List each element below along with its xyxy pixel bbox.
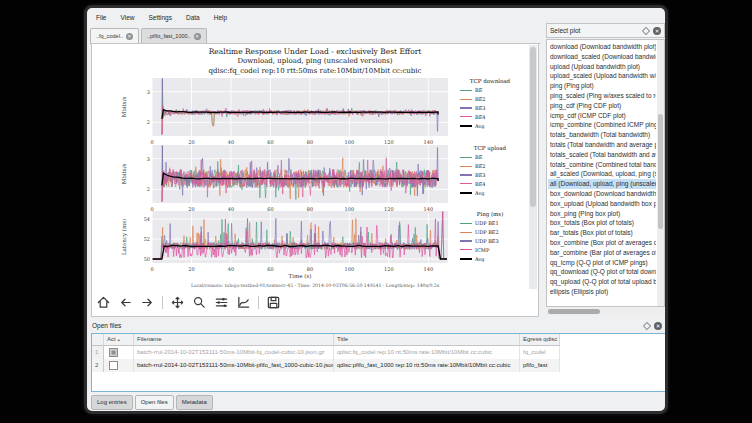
legend-entry: UDP BE2 <box>452 228 528 237</box>
pan-button[interactable] <box>170 295 185 310</box>
forward-button[interactable] <box>140 295 155 310</box>
row-number-header[interactable] <box>92 334 104 346</box>
column-header-label: Egress qdisc <box>523 334 557 345</box>
legend-label: Avg <box>475 256 484 262</box>
plot-scrollbar[interactable] <box>529 45 537 289</box>
menu-view[interactable]: View <box>114 12 140 23</box>
svg-text:54: 54 <box>144 216 150 222</box>
legend-entry: BE3 <box>452 104 528 113</box>
subplots-button[interactable] <box>214 295 229 310</box>
legend-entry: BE4 <box>452 112 528 121</box>
menu-file[interactable]: File <box>90 12 112 23</box>
plot-list-item[interactable]: qq_download (Q-Q plot of total download … <box>548 267 656 277</box>
plot-list-item[interactable]: box_ping (Ping box plot) <box>548 209 656 219</box>
chart-area: 020406080100120140505254 <box>138 209 450 277</box>
plot-list-item[interactable]: upload_scaled (Upload bandwidth w/axes s… <box>548 71 656 81</box>
bottom-tab-bar: Log entriesOpen filesMetadata <box>91 395 213 410</box>
customize-button[interactable] <box>236 295 251 310</box>
pan-icon <box>170 295 185 310</box>
figure-title-line-3: qdisc:fq_codel rep:10 rtt:50ms rate:10Mb… <box>100 67 530 75</box>
plot-scrollbar-thumb[interactable] <box>530 47 536 207</box>
home-button[interactable] <box>96 295 111 310</box>
legend-line-swatch <box>460 240 472 241</box>
column-header-act[interactable]: Act▴ <box>104 334 134 346</box>
plot-list-item[interactable]: totals_combine (Combined total bandwidth… <box>548 160 656 170</box>
toolbar-separator <box>162 296 163 309</box>
legend-label: UDP BE1 <box>475 220 499 226</box>
checkbox-checked[interactable] <box>109 348 118 357</box>
plot-list-item[interactable]: box_upload (Upload bandwidth box plot) <box>548 199 656 209</box>
legend-entry: BE2 <box>452 162 528 171</box>
float-panel-icon[interactable] <box>642 26 650 34</box>
back-button[interactable] <box>118 295 133 310</box>
plot-list-scrollbar[interactable] <box>657 40 664 306</box>
subplot-ping-ms: Latency (ms)020406080100120140505254Ping… <box>100 209 530 275</box>
legend-label: Avg <box>475 190 484 196</box>
plot-list-item[interactable]: box_totals (Box plot of totals) <box>548 218 656 228</box>
zoom-rect-button[interactable] <box>192 295 207 310</box>
plot-list-item[interactable]: box_combine (Box plot of averages of sev… <box>548 238 656 248</box>
plot-list-item[interactable]: totals (Total bandwidth and average ping… <box>548 140 656 150</box>
float-panel-icon[interactable] <box>643 321 651 329</box>
plot-list-item[interactable]: qq_upload (Q-Q plot of total upload band… <box>548 277 656 287</box>
menu-settings[interactable]: Settings <box>142 12 178 23</box>
plot-list-item[interactable]: icmp_combine (Combined ICMP ping plot) <box>548 120 656 130</box>
legend-line-swatch <box>460 258 472 260</box>
plot-type-list-items: download (Download bandwidth plot)downlo… <box>548 42 656 297</box>
plot-list-item[interactable]: ping_scaled (Ping w/axes scaled to remov… <box>548 91 656 101</box>
legend-entry: Avg <box>452 121 528 130</box>
plot-list-item[interactable]: box_download (Download bandwidth box plo… <box>548 189 656 199</box>
plot-list-item[interactable]: bar_combine (Bar plot of averages of sev… <box>548 248 656 258</box>
legend-label: BE <box>475 154 482 160</box>
column-header-label: Title <box>337 334 348 345</box>
zoom-rect-icon <box>192 295 207 310</box>
tab-open-files[interactable]: Open files <box>135 395 174 410</box>
row-number: 2 <box>92 359 104 372</box>
close-tab-icon[interactable]: ✕ <box>126 33 133 40</box>
plot-list-item[interactable]: download_scaled (Download bandwidth w/ax… <box>548 52 656 62</box>
legend-entry: Avg <box>452 188 528 197</box>
plot-list-item[interactable]: qq_icmp (Q-Q plot of ICMP pings) <box>548 258 656 268</box>
checkbox-unchecked[interactable] <box>109 361 118 370</box>
save-button[interactable] <box>266 295 281 310</box>
open-files-header: Open files ✕ <box>89 319 665 332</box>
plot-list-item[interactable]: all (Download, upload, ping (unscaled ve… <box>548 179 656 189</box>
plot-list-item[interactable]: ping_cdf (Ping CDF plot) <box>548 101 656 111</box>
svg-text:60: 60 <box>267 266 273 272</box>
plot-list-item[interactable]: icmp_cdf (ICMP CDF plot) <box>548 111 656 121</box>
figure-title-line-1: Realtime Response Under Load - exclusive… <box>100 47 530 56</box>
close-tab-icon[interactable]: ✕ <box>194 33 201 40</box>
plot-list-item[interactable]: totals_scaled (Total bandwidth and avera… <box>548 150 656 160</box>
plot-list-item[interactable]: bar_totals (Box plot of totals) <box>548 228 656 238</box>
column-header-egress-qdisc[interactable]: Egress qdisc <box>520 334 560 346</box>
svg-text:140: 140 <box>424 266 434 272</box>
column-header-filename[interactable]: Filename <box>134 334 334 346</box>
plot-list-item[interactable]: download (Download bandwidth plot) <box>548 42 656 52</box>
plot-list-hscrollbar-thumb[interactable] <box>548 309 600 314</box>
menu-help[interactable]: Help <box>208 12 233 23</box>
plot-list-item[interactable]: ping (Ping plot) <box>548 81 656 91</box>
tab-log-entries[interactable]: Log entries <box>91 395 133 410</box>
open-files-panel: Open files ✕ Act▴FilenameTitleEgress qdi… <box>89 319 665 393</box>
plot-list-item[interactable]: all_scaled (Download, upload, ping (scal… <box>548 169 656 179</box>
plot-list-scrollbar-thumb[interactable] <box>658 114 663 228</box>
svg-text:50: 50 <box>144 256 150 262</box>
legend-entry: BE <box>452 153 528 162</box>
menu-data[interactable]: Data <box>180 12 206 23</box>
svg-text:3: 3 <box>147 89 150 95</box>
plot-list-item[interactable]: ellipsis (Ellipsis plot) <box>548 287 656 297</box>
legend-line-swatch <box>460 90 472 91</box>
close-panel-icon[interactable]: ✕ <box>654 322 662 330</box>
column-header-title[interactable]: Title <box>334 334 520 346</box>
svg-text:120: 120 <box>384 266 394 272</box>
legend-line-swatch <box>460 232 472 233</box>
plot-tab-1[interactable]: ..pfifo_fast_1000..✕ <box>141 28 207 43</box>
plot-list-item[interactable]: upload (Upload bandwidth plot) <box>548 62 656 72</box>
plot-list-item[interactable]: totals_bandwidth (Total bandwidth) <box>548 130 656 140</box>
plot-tab-0[interactable]: ..fq_codel..✕ <box>90 28 139 43</box>
plot-list-hscrollbar[interactable] <box>546 308 665 315</box>
legend-entry: ICMP <box>452 245 528 254</box>
close-panel-icon[interactable]: ✕ <box>653 27 661 35</box>
row-number: 1 <box>92 346 104 359</box>
tab-metadata[interactable]: Metadata <box>176 395 213 410</box>
